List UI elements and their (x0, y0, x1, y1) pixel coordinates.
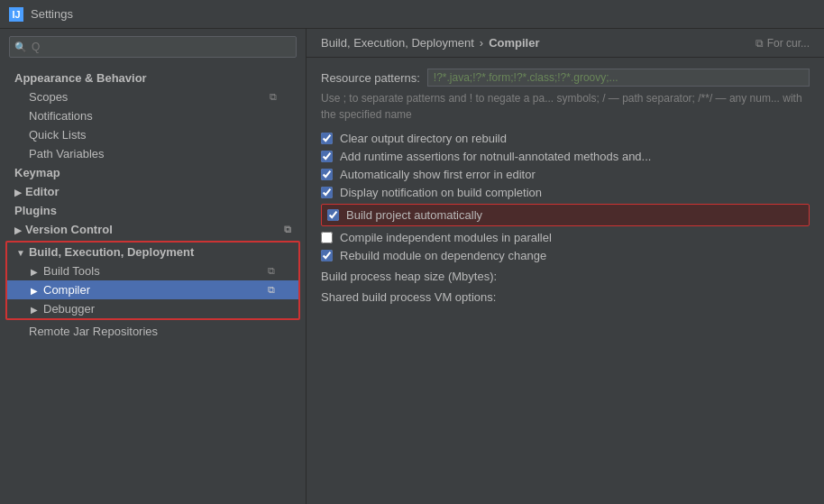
breadcrumb-for-current: ⧉ For cur... (755, 37, 810, 50)
breadcrumb-current: Compiler (489, 36, 539, 50)
resource-patterns-label: Resource patterns: (321, 69, 420, 85)
option-build-automatically: Build project automatically (321, 204, 810, 226)
vm-options-label: Shared build process VM options: (321, 290, 810, 304)
main-panel: Build, Execution, Deployment › Compiler … (307, 29, 824, 504)
option-add-runtime: Add runtime assertions for notnull-annot… (321, 150, 810, 163)
option-display-notification: Display notification on build completion (321, 186, 810, 199)
sidebar-item-debugger[interactable]: ▶Debugger (7, 299, 298, 318)
sidebar: 🔍 Appearance & Behavior Scopes ⧉ Notific… (0, 29, 307, 504)
sidebar-item-plugins[interactable]: Plugins (0, 201, 306, 220)
option-rebuild-dependency: Rebuild module on dependency change (321, 249, 810, 262)
option-auto-show-error: Automatically show first error in editor (321, 168, 810, 181)
option-clear-output: Clear output directory on rebuild (321, 132, 810, 145)
sidebar-item-keymap[interactable]: Keymap (0, 163, 306, 182)
resource-patterns-value: !?*.java;!?*.form;!?*.class;!?*.groovy;.… (427, 69, 810, 87)
breadcrumb-bar: Build, Execution, Deployment › Compiler … (307, 29, 824, 58)
sidebar-item-quick-lists[interactable]: Quick Lists (0, 125, 306, 144)
copy-icon-compiler: ⧉ (268, 284, 275, 296)
hint-text: Use ; to separate patterns and ! to nega… (321, 90, 810, 123)
sidebar-item-build-execution-deployment[interactable]: ▼Build, Execution, Deployment (7, 243, 298, 261)
checkbox-display-notification[interactable] (321, 187, 333, 198)
option-compile-parallel: Compile independent modules in parallel (321, 231, 810, 244)
copy-icon-vc: ⧉ (284, 224, 291, 235)
build-execution-section: ▼Build, Execution, Deployment ▶Build Too… (5, 241, 300, 320)
checkbox-add-runtime[interactable] (321, 151, 333, 162)
sidebar-item-appearance-behavior[interactable]: Appearance & Behavior (0, 69, 306, 87)
breadcrumb-prefix: Build, Execution, Deployment (321, 36, 474, 50)
sidebar-item-version-control[interactable]: ▶Version Control ⧉ (0, 220, 306, 239)
sidebar-item-path-variables[interactable]: Path Variables (0, 144, 306, 163)
resource-patterns-row: Resource patterns: !?*.java;!?*.form;!?*… (321, 69, 810, 87)
sidebar-item-notifications[interactable]: Notifications (0, 106, 306, 125)
search-box: 🔍 (9, 36, 297, 58)
breadcrumb-separator: › (480, 36, 483, 50)
checkbox-clear-output[interactable] (321, 133, 333, 144)
checkbox-build-automatically[interactable] (327, 209, 339, 221)
search-icon: 🔍 (14, 41, 27, 53)
sidebar-item-compiler[interactable]: ▶Compiler ⧉ (7, 280, 298, 299)
app-icon: IJ (9, 7, 23, 22)
window-title: Settings (31, 7, 73, 21)
content-area: 🔍 Appearance & Behavior Scopes ⧉ Notific… (0, 29, 824, 504)
checkbox-compile-parallel[interactable] (321, 232, 333, 243)
checkbox-rebuild-dependency[interactable] (321, 250, 333, 261)
search-input[interactable] (9, 36, 297, 58)
checkbox-auto-show-error[interactable] (321, 169, 333, 180)
sidebar-item-build-tools[interactable]: ▶Build Tools ⧉ (7, 261, 298, 280)
sidebar-item-scopes[interactable]: Scopes ⧉ (0, 87, 306, 106)
heap-size-label: Build process heap size (Mbytes): (321, 270, 810, 283)
copy-icon-bt: ⧉ (268, 265, 275, 277)
title-bar: IJ Settings (0, 0, 824, 29)
sidebar-item-editor[interactable]: ▶Editor (0, 182, 306, 201)
copy-icon: ⧉ (270, 91, 277, 103)
sidebar-item-remote-jar[interactable]: Remote Jar Repositories (0, 322, 306, 341)
settings-tree: Appearance & Behavior Scopes ⧉ Notificat… (0, 65, 306, 504)
settings-window: IJ Settings 🔍 Appearance & Behavior Scop… (0, 0, 824, 504)
settings-content: Resource patterns: !?*.java;!?*.form;!?*… (307, 58, 824, 504)
